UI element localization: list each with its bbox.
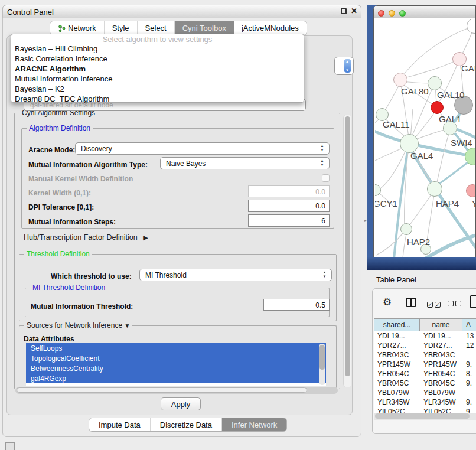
network-node-salmon[interactable]: [466, 184, 476, 197]
column-header-cut[interactable]: A: [462, 318, 476, 331]
mi-threshold-label: Mutual Information Threshold:: [31, 302, 133, 311]
control-panel-title: Control Panel: [7, 8, 54, 17]
node-label: GAL: [461, 63, 476, 73]
which-threshold-combo[interactable]: MI Threshold ▲▼: [139, 269, 332, 281]
sources-group-title: Sources for Network Inference ▼: [24, 321, 132, 330]
aracne-mode-combo[interactable]: Discovery ▲▼: [75, 142, 330, 155]
table-row[interactable]: YDR27...YDR27...12: [374, 341, 476, 350]
dropdown-item[interactable]: Basic Correlation Inference: [11, 54, 304, 64]
column-header-name[interactable]: name: [420, 318, 462, 331]
manual-kernel-checkbox[interactable]: [322, 174, 330, 182]
expander-arrow-icon: ▶: [143, 234, 148, 241]
collapse-arrow-icon[interactable]: ▼: [124, 322, 130, 329]
hidden-combo-fragment: [334, 57, 354, 75]
algorithm-dropdown-list: Select algorithm to view settings Bayesi…: [11, 34, 304, 103]
network-node-hap2[interactable]: [400, 223, 412, 235]
network-window-titlebar[interactable]: [374, 6, 475, 18]
control-panel-header: [2, 5, 361, 18]
mi-threshold-definition-title: MI Threshold Definition: [30, 283, 107, 292]
dropdown-item[interactable]: Bayesian – Hill Climbing: [11, 44, 304, 54]
dropdown-item[interactable]: Mutual Information Inference: [11, 74, 304, 84]
node-label: GAL10: [437, 90, 465, 100]
which-threshold-label: Which threshold to use:: [51, 272, 132, 281]
mi-threshold-field[interactable]: 0.5: [263, 299, 330, 311]
table-row[interactable]: YBR043CYBR043C: [374, 350, 476, 360]
select-all-checks-icon[interactable]: ✓✓: [427, 298, 442, 309]
network-canvas[interactable]: GAL GAL80 GAL10 GAL1 GAL11 SWI4 GAL4 GCY…: [375, 19, 476, 257]
node-label: HAP4: [436, 198, 459, 208]
which-threshold-value: MI Threshold: [145, 271, 187, 279]
table-row[interactable]: YBR045CYBR045C9.: [374, 379, 476, 388]
algorithm-definition-title: Algorithm Definition: [27, 124, 93, 132]
table-row[interactable]: YPR145WYPR145W9.: [374, 360, 476, 369]
kernel-width-field[interactable]: 0.0: [248, 185, 330, 197]
dropdown-item[interactable]: Bayesian – K2: [11, 84, 304, 94]
network-node-hap4[interactable]: [427, 181, 442, 197]
settings-hscrollbar[interactable]: [15, 387, 338, 394]
tab-discretize-data[interactable]: Discretize Data: [151, 418, 222, 431]
network-tab-icon: [58, 25, 66, 32]
list-item[interactable]: gal4RGexp: [26, 373, 326, 383]
tab-style[interactable]: Style: [105, 21, 138, 35]
hub-definition-expander[interactable]: Hub/Transcription Factor Definition ▶: [24, 233, 148, 242]
network-node-gal80[interactable]: [393, 73, 407, 87]
gear-icon[interactable]: ⚙: [383, 296, 392, 308]
apply-button[interactable]: Apply: [161, 397, 201, 410]
mi-type-value: Naive Bayes: [166, 159, 206, 168]
network-node-gal10[interactable]: [428, 76, 442, 90]
mi-steps-field[interactable]: 6: [248, 214, 330, 227]
network-window[interactable]: GAL GAL80 GAL10 GAL1 GAL11 SWI4 GAL4 GCY…: [373, 5, 476, 257]
mi-type-combo[interactable]: Naive Bayes ▲▼: [160, 157, 330, 169]
network-node-selected-red[interactable]: [431, 101, 444, 114]
manual-kernel-label: Manual Kernel Width Definition: [28, 175, 133, 183]
document-icon[interactable]: [470, 295, 476, 308]
settings-scrollbar[interactable]: [343, 115, 351, 387]
table-row[interactable]: YBL079WYBL079W: [374, 388, 476, 397]
threshold-definition-title: Threshold Definition: [24, 250, 92, 258]
combo-spinner-icon: ▲▼: [319, 159, 325, 167]
window-close-icon[interactable]: [378, 10, 384, 17]
aracne-mode-value: Discovery: [81, 145, 112, 153]
dropdown-placeholder: Select algorithm to view settings: [11, 34, 304, 44]
tab-network[interactable]: Network: [50, 21, 105, 35]
table-hscrollbar[interactable]: [374, 413, 476, 420]
tab-cyni-toolbox[interactable]: Cyni Toolbox: [175, 21, 234, 35]
close-icon[interactable]: ✕: [351, 6, 357, 15]
table-row[interactable]: YLR345WYLR345W9.: [374, 397, 476, 407]
hub-definition-label: Hub/Transcription Factor Definition: [24, 233, 138, 242]
tab-infer-network[interactable]: Infer Network: [222, 418, 286, 431]
left-edge-line: [5, 0, 5, 4]
window-zoom-icon[interactable]: [399, 10, 406, 17]
tab-impute-data[interactable]: Impute Data: [89, 418, 151, 431]
node-label: SWI4: [451, 138, 472, 148]
mi-type-label: Mutual Information Algorithm Type:: [28, 161, 148, 169]
clear-all-checks-icon[interactable]: [448, 298, 463, 309]
list-item[interactable]: SelfLoops: [26, 343, 326, 353]
minimized-panel-chip[interactable]: [5, 442, 15, 450]
dropdown-item-selected[interactable]: ARACNE Algorithm: [11, 64, 304, 74]
table-row[interactable]: YER054CYER054C8.: [374, 369, 476, 379]
list-item[interactable]: BetweennessCentrality: [26, 363, 326, 373]
node-label: GCY1: [375, 198, 397, 208]
data-attributes-list[interactable]: SelfLoops TopologicalCoefficient Between…: [26, 343, 326, 386]
dpi-tolerance-field[interactable]: 0.0: [248, 200, 330, 212]
node-label: GAL4: [410, 151, 433, 161]
node-label: GAL80: [401, 86, 429, 96]
table-panel-title: Table Panel: [376, 275, 416, 284]
list-item[interactable]: TopologicalCoefficient: [26, 353, 326, 363]
aracne-mode-label: Aracne Mode:: [28, 146, 75, 154]
table-body[interactable]: YDL19...YDL19...13 YDR27...YDR27...12 YB…: [374, 331, 476, 414]
float-panel-icon[interactable]: [341, 8, 347, 14]
node-label: Y: [472, 198, 476, 208]
list-scrollbar[interactable]: [319, 344, 325, 385]
node-label: GAL11: [383, 119, 410, 129]
table-row[interactable]: YDL19...YDL19...13: [374, 331, 476, 341]
tab-jactivemnodules[interactable]: jActiveMNodules: [234, 21, 307, 35]
column-header-shared-name[interactable]: shared...: [374, 318, 420, 331]
combo-spinner-icon: ▲▼: [319, 144, 325, 152]
dropdown-item[interactable]: Dream8 DC_TDC Algorithm: [11, 94, 304, 104]
split-columns-icon[interactable]: [406, 298, 416, 307]
tab-select[interactable]: Select: [138, 21, 175, 35]
window-minimize-icon[interactable]: [389, 10, 395, 17]
table-header-row: shared... name A: [374, 318, 476, 331]
